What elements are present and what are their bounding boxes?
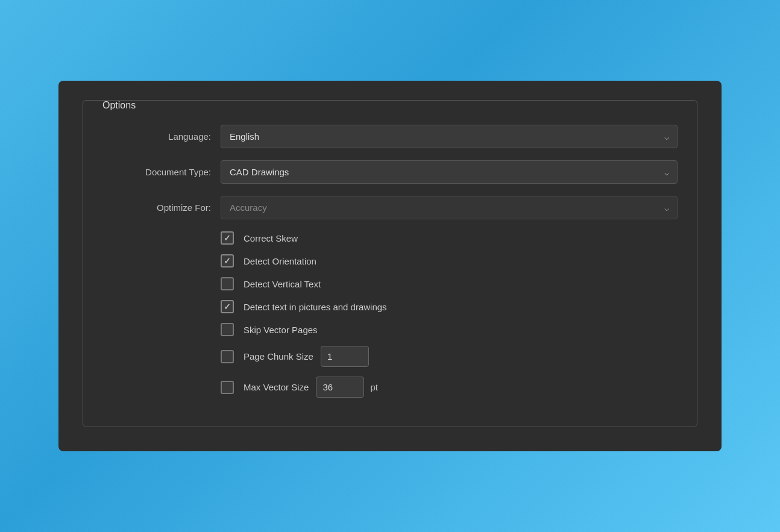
detect-vertical-text-row: Detect Vertical Text bbox=[221, 277, 678, 290]
max-vector-size-input[interactable] bbox=[316, 377, 364, 398]
correct-skew-row: Correct Skew bbox=[221, 231, 678, 245]
options-fieldset: Options Language: English French German … bbox=[83, 100, 697, 427]
optimize-for-row: Optimize For: Accuracy Speed Balanced ⌵ bbox=[102, 196, 678, 219]
detect-text-pictures-label: Detect text in pictures and drawings bbox=[244, 302, 387, 312]
detect-text-pictures-row: Detect text in pictures and drawings bbox=[221, 300, 678, 313]
page-chunk-size-input[interactable] bbox=[321, 346, 369, 367]
skip-vector-pages-row: Skip Vector Pages bbox=[221, 323, 678, 336]
detect-orientation-label: Detect Orientation bbox=[244, 256, 316, 266]
max-vector-size-row: Max Vector Size pt bbox=[221, 377, 678, 398]
optimize-for-select-wrapper: Accuracy Speed Balanced ⌵ bbox=[221, 196, 678, 219]
max-vector-size-label: Max Vector Size bbox=[244, 382, 309, 392]
document-type-label: Document Type: bbox=[102, 167, 211, 177]
language-select-wrapper: English French German Spanish Chinese Ja… bbox=[221, 125, 678, 148]
page-chunk-size-label: Page Chunk Size bbox=[244, 351, 313, 361]
document-type-row: Document Type: CAD Drawings Standard Tex… bbox=[102, 160, 678, 184]
checkbox-group: Correct Skew Detect Orientation Detect V… bbox=[221, 231, 678, 398]
skip-vector-pages-label: Skip Vector Pages bbox=[244, 325, 318, 335]
correct-skew-checkbox[interactable] bbox=[221, 231, 234, 245]
page-chunk-size-row: Page Chunk Size bbox=[221, 346, 678, 367]
document-type-select-wrapper: CAD Drawings Standard Text Technical Man… bbox=[221, 160, 678, 184]
language-row: Language: English French German Spanish … bbox=[102, 125, 678, 148]
optimize-for-control: Accuracy Speed Balanced ⌵ bbox=[221, 196, 678, 219]
correct-skew-label: Correct Skew bbox=[244, 233, 298, 243]
document-type-control: CAD Drawings Standard Text Technical Man… bbox=[221, 160, 678, 184]
language-control: English French German Spanish Chinese Ja… bbox=[221, 125, 678, 148]
options-legend: Options bbox=[98, 100, 140, 111]
options-dialog: Options Language: English French German … bbox=[58, 81, 722, 451]
optimize-for-select[interactable]: Accuracy Speed Balanced bbox=[221, 196, 678, 219]
detect-orientation-row: Detect Orientation bbox=[221, 254, 678, 268]
document-type-select[interactable]: CAD Drawings Standard Text Technical Man… bbox=[221, 160, 678, 184]
language-label: Language: bbox=[102, 131, 211, 142]
language-select[interactable]: English French German Spanish Chinese Ja… bbox=[221, 125, 678, 148]
max-vector-size-unit: pt bbox=[370, 382, 378, 392]
max-vector-size-checkbox[interactable] bbox=[221, 381, 234, 394]
detect-vertical-text-checkbox[interactable] bbox=[221, 277, 234, 290]
skip-vector-pages-checkbox[interactable] bbox=[221, 323, 234, 336]
detect-vertical-text-label: Detect Vertical Text bbox=[244, 279, 321, 289]
page-chunk-size-checkbox[interactable] bbox=[221, 350, 234, 363]
detect-orientation-checkbox[interactable] bbox=[221, 254, 234, 268]
detect-text-pictures-checkbox[interactable] bbox=[221, 300, 234, 313]
optimize-for-label: Optimize For: bbox=[102, 202, 211, 213]
